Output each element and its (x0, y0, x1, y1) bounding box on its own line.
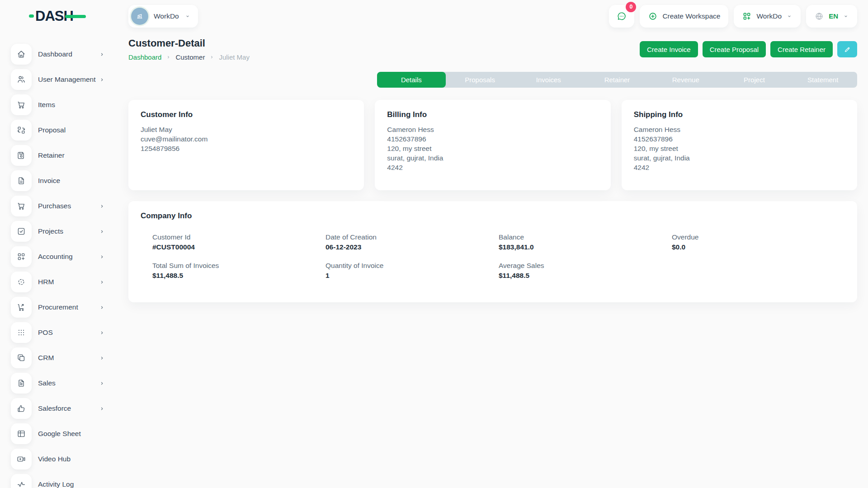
tab-invoices[interactable]: Invoices (514, 72, 583, 88)
sidebar-item-sales[interactable]: Sales (11, 373, 105, 394)
breadcrumb-separator-icon (209, 55, 214, 60)
file-text-icon (11, 373, 32, 394)
sidebar-item-purchases[interactable]: Purchases (11, 196, 105, 216)
checkbox-icon (11, 221, 32, 242)
detail-tabs: DetailsProposalsInvoicesRetainerRevenueP… (377, 72, 857, 88)
create-invoice-button[interactable]: Create Invoice (640, 41, 698, 57)
page-title: Customer-Detail (128, 38, 250, 49)
sidebar-item-items[interactable]: Items (11, 94, 105, 115)
shipping-info-line: Cameron Hess (634, 125, 845, 134)
page-head: Customer-Detail DashboardCustomerJuliet … (128, 38, 857, 61)
create-workspace-button[interactable]: Create Workspace (640, 5, 728, 28)
sidebar-item-label: User Management (38, 75, 99, 84)
breadcrumb-item-juliet-may: Juliet May (219, 53, 250, 61)
breadcrumb-separator-icon (166, 55, 171, 60)
messages-button[interactable]: 0 (609, 5, 634, 28)
sidebar-item-label: Invoice (38, 177, 105, 185)
company-field-customer-id: Customer Id#CUST00004 (152, 233, 326, 251)
language-code: EN (829, 12, 838, 20)
shipping-info-card: Shipping InfoCameron Hess4152637896120, … (622, 100, 857, 190)
workspace-name: WorkDo (154, 12, 179, 20)
workdo-app-menu[interactable]: WorkDo (734, 5, 801, 28)
sidebar-item-procurement[interactable]: Procurement (11, 297, 105, 318)
field-value: 06-12-2023 (326, 243, 499, 251)
sidebar-item-pos[interactable]: POS (11, 322, 105, 343)
edit-customer-button[interactable] (837, 41, 857, 57)
tab-statement[interactable]: Statement (788, 72, 857, 88)
building-icon (135, 12, 144, 21)
field-label: Balance (499, 233, 672, 241)
chevron-right-icon (99, 380, 105, 386)
sidebar-item-hrm[interactable]: HRM (11, 272, 105, 292)
tab-revenue[interactable]: Revenue (651, 72, 720, 88)
billing-info-lines: Cameron Hess4152637896120, my streetsura… (387, 125, 598, 172)
topbar-right: 0 Create Workspace WorkDo (609, 5, 857, 28)
breadcrumb-item-customer[interactable]: Customer (175, 53, 205, 61)
tab-project[interactable]: Project (720, 72, 789, 88)
workspace-selector[interactable]: WorkDo (128, 5, 198, 28)
sidebar-item-activity-log[interactable]: Activity Log (11, 474, 105, 488)
tab-details[interactable]: Details (377, 72, 446, 88)
info-cards-row: Customer InfoJuliet Maycuve@mailinator.c… (128, 100, 857, 190)
chevron-right-icon (99, 305, 105, 310)
sidebar-item-video-hub[interactable]: Video Hub (11, 449, 105, 469)
sidebar-item-label: HRM (38, 278, 99, 286)
shipping-info-line: surat, gujrat, India (634, 153, 845, 163)
shipping-info-title: Shipping Info (634, 110, 845, 119)
language-selector[interactable]: EN (806, 5, 857, 28)
logo-green-bar (65, 15, 86, 18)
company-field-overdue: Overdue$0.0 (672, 233, 845, 251)
sidebar-item-label: Items (38, 101, 105, 109)
chevron-right-icon (99, 203, 105, 209)
users-icon (11, 69, 32, 90)
company-field-average-sales: Average Sales$11,488.5 (499, 262, 672, 280)
chevron-right-icon (99, 406, 105, 412)
focus-icon (11, 272, 32, 292)
sidebar-item-salesforce[interactable]: Salesforce (11, 398, 105, 419)
sidebar-item-invoice[interactable]: Invoice (11, 170, 105, 191)
create-proposal-button[interactable]: Create Proposal (703, 41, 766, 57)
field-value: 1 (326, 272, 499, 280)
sidebar-item-label: Purchases (38, 202, 99, 210)
sidebar-nav: DashboardUser ManagementItemsProposalRet… (11, 44, 116, 488)
sidebar-item-projects[interactable]: Projects (11, 221, 105, 242)
sidebar-item-accounting[interactable]: Accounting (11, 246, 105, 267)
shipping-info-line: 4152637896 (634, 134, 845, 144)
chevron-right-icon (99, 254, 105, 260)
logo-row: DAS H (11, 0, 116, 32)
field-value: $11,488.5 (152, 272, 326, 280)
customer-info-line: Juliet May (141, 125, 352, 134)
sidebar-item-crm[interactable]: CRM (11, 347, 105, 368)
globe-icon (814, 11, 824, 21)
cart-icon (11, 196, 32, 216)
chevron-right-icon (99, 229, 105, 235)
field-label: Total Sum of Invoices (152, 262, 326, 270)
plus-circle-icon (648, 11, 658, 21)
home-icon (11, 44, 32, 65)
sidebar-item-dashboard[interactable]: Dashboard (11, 44, 105, 65)
sidebar-item-label: Video Hub (38, 455, 105, 463)
topbar: WorkDo 0 Create Workspace (128, 0, 857, 32)
chevron-down-icon (786, 13, 793, 19)
tab-retainer[interactable]: Retainer (583, 72, 651, 88)
chat-icon (616, 11, 627, 22)
breadcrumb-item-dashboard[interactable]: Dashboard (128, 53, 161, 61)
sidebar-item-label: POS (38, 328, 99, 337)
sidebar-item-google-sheet[interactable]: Google Sheet (11, 423, 105, 444)
sidebar: DAS H DashboardUser ManagementItemsPropo… (0, 0, 116, 488)
field-label: Average Sales (499, 262, 672, 270)
transform-icon (11, 120, 32, 141)
tab-proposals[interactable]: Proposals (446, 72, 514, 88)
sidebar-item-label: Sales (38, 379, 99, 387)
field-value: #CUST00004 (152, 243, 326, 251)
create-retainer-button[interactable]: Create Retainer (770, 41, 833, 57)
sidebar-item-retainer[interactable]: Retainer (11, 145, 105, 166)
field-label: Quantity of Invoice (326, 262, 499, 270)
sidebar-item-user-management[interactable]: User Management (11, 69, 105, 90)
table-icon (11, 423, 32, 444)
chevron-right-icon (99, 279, 105, 285)
field-value: $183,841.0 (499, 243, 672, 251)
video-icon (11, 449, 32, 469)
sidebar-item-proposal[interactable]: Proposal (11, 120, 105, 141)
app-logo[interactable]: DAS H (29, 9, 73, 23)
